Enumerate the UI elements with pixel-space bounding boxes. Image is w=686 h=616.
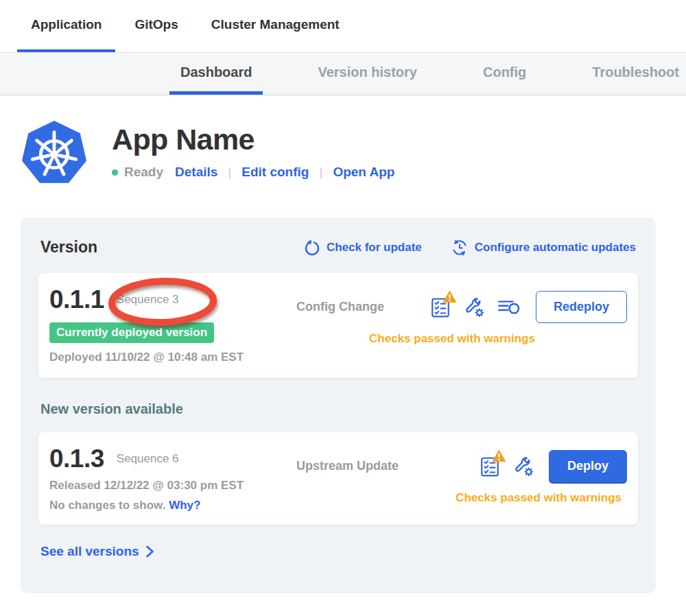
top-nav: Application GitOps Cluster Management [0, 0, 686, 53]
view-diff-icon[interactable] [497, 298, 521, 316]
check-for-update-link[interactable]: Check for update [304, 239, 422, 257]
tab-cluster-management[interactable]: Cluster Management [198, 0, 353, 52]
no-changes-label: No changes to show. [49, 499, 165, 512]
app-status-row: Ready Details | Edit config | Open App [112, 165, 394, 180]
preflight-checks-warning-icon[interactable] [480, 455, 499, 477]
current-version-number: 0.1.1 [49, 285, 104, 314]
tab-application[interactable]: Application [17, 0, 115, 52]
subnav-item-config[interactable]: Config [472, 53, 537, 95]
version-heading: Version [40, 238, 97, 257]
available-version-row: 0.1.3 Sequence 6 Released 12/12/22 @ 03:… [38, 432, 638, 525]
configure-automatic-updates-link[interactable]: Configure automatic updates [451, 239, 636, 257]
link-separator: | [228, 165, 231, 180]
warning-triangle-icon [492, 449, 506, 462]
current-version-sequence: Sequence 3 [117, 293, 179, 307]
configure-automatic-updates-label: Configure automatic updates [475, 241, 636, 254]
see-all-versions-link[interactable]: See all versions [40, 544, 638, 559]
available-version-sequence: Sequence 6 [117, 452, 179, 466]
current-version-row: 0.1.1 Sequence 3 Currently deployed vers… [38, 273, 638, 378]
subnav-item-troubleshoot[interactable]: Troubleshoot [581, 53, 686, 95]
available-version-info: 0.1.3 Sequence 6 Released 12/12/22 @ 03:… [49, 445, 277, 512]
version-card-header: Version Check for update Configure autom… [38, 238, 638, 257]
link-separator: | [319, 165, 322, 180]
chevron-right-icon [145, 545, 154, 558]
redeploy-button[interactable]: Redeploy [536, 291, 627, 323]
config-edit-icon[interactable] [512, 455, 534, 477]
released-timestamp: Released 12/12/22 @ 03:30 pm EST [49, 479, 277, 493]
current-version-source: Config Change [296, 300, 384, 314]
checks-status-available: Checks passed with warnings [277, 491, 627, 505]
status-dot-icon [112, 169, 118, 176]
kubernetes-logo-icon [21, 119, 88, 190]
refresh-icon [304, 239, 320, 256]
available-version-source: Upstream Update [296, 459, 399, 473]
current-version-check-icons [431, 296, 521, 318]
page-title: App Name [112, 123, 394, 156]
warning-triangle-icon [442, 290, 457, 303]
sub-nav: Dashboard Version history Config Trouble… [0, 53, 686, 95]
current-version-info: 0.1.1 Sequence 3 Currently deployed vers… [49, 285, 277, 364]
subnav-item-dashboard[interactable]: Dashboard [169, 53, 263, 95]
tab-gitops[interactable]: GitOps [121, 0, 191, 52]
app-header-text: App Name Ready Details | Edit config | O… [112, 119, 394, 190]
why-link[interactable]: Why? [169, 499, 200, 512]
config-edit-icon[interactable] [463, 296, 484, 318]
version-card: Version Check for update Configure autom… [21, 217, 656, 593]
new-version-heading: New version available [40, 401, 638, 417]
details-link[interactable]: Details [175, 165, 217, 180]
edit-config-link[interactable]: Edit config [241, 165, 309, 180]
available-version-number: 0.1.3 [49, 445, 104, 473]
checks-status-current: Checks passed with warnings [277, 332, 627, 346]
deploy-button[interactable]: Deploy [549, 450, 627, 482]
available-version-actions: Upstream Update [277, 445, 627, 512]
app-header: App Name Ready Details | Edit config | O… [0, 95, 686, 190]
no-changes-text: No changes to show. Why? [49, 499, 277, 512]
current-version-actions: Config Change [277, 285, 627, 364]
currently-deployed-badge: Currently deployed version [49, 322, 214, 343]
open-app-link[interactable]: Open App [333, 165, 394, 180]
see-all-versions-label: See all versions [40, 544, 139, 559]
status-text: Ready [124, 165, 163, 180]
auto-update-icon [451, 239, 469, 257]
preflight-checks-warning-icon[interactable] [431, 296, 450, 318]
version-card-actions: Check for update Configure automatic upd… [304, 239, 636, 257]
check-for-update-label: Check for update [327, 241, 422, 254]
subnav-item-version-history[interactable]: Version history [307, 53, 428, 95]
available-version-check-icons [480, 455, 534, 477]
deployed-timestamp: Deployed 11/10/22 @ 10:48 am EST [49, 351, 277, 364]
